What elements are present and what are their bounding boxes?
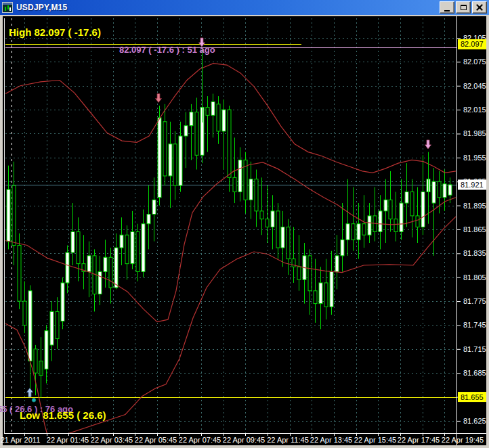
low-annotation: Low 81.655 ( 26.6) xyxy=(20,409,106,421)
time-label: 22 Apr 17:45 xyxy=(398,436,440,444)
time-label: 22 Apr 03:45 xyxy=(91,436,133,444)
dot-marker-icon xyxy=(32,398,36,402)
time-label: 22 Apr 19:45 xyxy=(442,436,484,444)
price-label: 82.015 xyxy=(463,106,486,114)
price-label: 81.835 xyxy=(463,249,486,257)
time-axis[interactable]: 21 Apr 201122 Apr 01:4522 Apr 03:4522 Ap… xyxy=(1,434,484,444)
price-tag-value: 81.921 xyxy=(461,181,484,189)
price-tag-value: 82.097 xyxy=(461,40,484,48)
time-label: 22 Apr 11:45 xyxy=(267,436,309,444)
minimize-icon xyxy=(444,10,450,12)
price-label: 81.985 xyxy=(463,129,486,137)
price-label: 81.745 xyxy=(463,321,486,329)
time-label: 22 Apr 07:45 xyxy=(179,436,221,444)
close-icon xyxy=(476,4,483,11)
time-label: 22 Apr 01:45 xyxy=(47,436,89,444)
maximize-icon xyxy=(461,5,467,10)
chart-background xyxy=(3,16,486,445)
price-label: 81.715 xyxy=(463,345,486,353)
price-label: 81.775 xyxy=(463,297,486,305)
price-label: 81.625 xyxy=(463,417,486,425)
time-label: 22 Apr 15:45 xyxy=(354,436,396,444)
title-bar[interactable]: USDJPY,M15 xyxy=(0,0,489,15)
price-label: 81.865 xyxy=(463,225,486,233)
price-label: 82.045 xyxy=(463,82,486,90)
time-label: 22 Apr 05:45 xyxy=(135,436,177,444)
price-tag-value: 81.655 xyxy=(461,393,484,401)
price-label: 81.685 xyxy=(463,369,486,377)
close-button[interactable] xyxy=(472,1,487,14)
high-marker-annotation: 82.097 ( -17.6 ) : 51 ago xyxy=(119,45,215,55)
price-label: 81.955 xyxy=(463,154,486,162)
chart-icon xyxy=(2,2,13,13)
time-label: 22 Apr 13:45 xyxy=(310,436,352,444)
price-label: 82.075 xyxy=(463,58,486,66)
window-title: USDJPY,M15 xyxy=(16,3,67,12)
chart-canvas[interactable]: 82.10582.07582.04582.01581.98581.95581.9… xyxy=(0,0,489,448)
price-label: 81.805 xyxy=(463,273,486,282)
maximize-button[interactable] xyxy=(456,1,471,14)
time-label: 21 Apr 2011 xyxy=(1,436,41,444)
price-label: 81.895 xyxy=(463,202,486,210)
time-label: 22 Apr 09:45 xyxy=(223,436,265,444)
high-annotation: High 82.097 ( -17.6) xyxy=(9,26,101,38)
minimize-button[interactable] xyxy=(440,1,454,14)
